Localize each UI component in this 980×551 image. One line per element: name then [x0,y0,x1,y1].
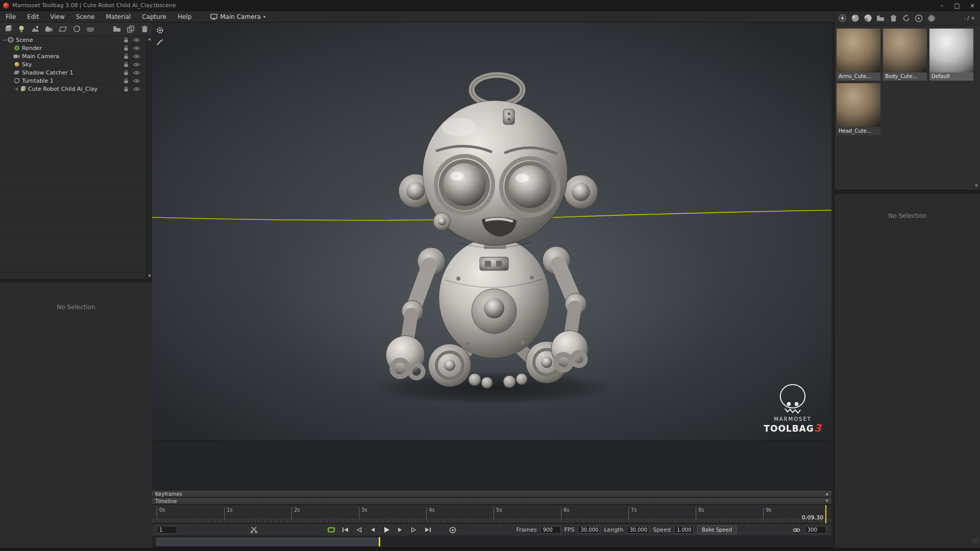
panel-splitter[interactable] [835,190,980,194]
visibility-eye-icon[interactable] [133,45,140,51]
tree-row-render[interactable]: Render [0,44,146,52]
refresh-icon[interactable] [901,14,911,23]
length-field[interactable]: 30.000 [627,526,649,534]
jump-to-end-icon[interactable] [423,526,433,534]
scroll-down-icon[interactable]: ▼ [973,183,979,189]
timeline-scrollbar-playhead[interactable] [379,537,380,546]
previous-keyframe-icon[interactable] [354,526,364,534]
fps-field[interactable]: 30.000 [578,526,600,534]
camera-view-tab[interactable]: Main Camera ▾ [210,13,265,20]
add-fog-icon[interactable] [86,24,95,34]
bake-speed-button[interactable]: Bake Speed [697,525,737,534]
new-material-icon[interactable] [838,14,847,23]
material-item-arms[interactable]: Arms_Cute... [837,29,880,81]
fps-label: FPS [565,527,575,533]
add-light-icon[interactable] [17,24,26,34]
timeline-scrollbar-thumb[interactable] [156,538,380,546]
scene-tree-scrollbar[interactable]: ▲ ▼ [146,36,152,279]
ruler-tick: 8s [696,507,704,520]
material-item-head[interactable]: Head_Cute... [837,83,880,135]
lock-icon[interactable] [122,86,130,92]
paint-brush-icon[interactable] [156,38,164,46]
menu-edit[interactable]: Edit [21,11,44,22]
tree-row-scene[interactable]: − Scene [0,36,146,44]
tree-row-turntable[interactable]: Turntable 1 [0,77,146,85]
tree-row-main-camera[interactable]: Main Camera [0,52,146,60]
material-thumbnail[interactable] [837,83,880,127]
loop-end-field[interactable]: 300 [805,526,826,534]
thumb-size-decrease[interactable]: - [964,15,966,21]
tree-row-sky[interactable]: Sky [0,60,146,68]
material-sphere-icon[interactable] [850,14,860,23]
tree-row-shadow-catcher[interactable]: Shadow Catcher 1 [0,68,146,77]
lock-icon[interactable] [122,37,130,43]
material-item-default[interactable]: Default [929,29,973,81]
lock-icon[interactable] [122,78,130,84]
camera-tab-label: Main Camera [220,13,261,20]
delete-material-icon[interactable] [889,14,898,23]
lock-icon[interactable] [122,70,130,76]
timeline-bar[interactable]: Timeline ▼ [152,498,831,505]
material-thumbnail[interactable] [883,29,927,72]
collapse-up-icon[interactable]: ▲ [826,492,828,496]
visibility-eye-icon[interactable] [133,86,140,92]
material-thumbnail[interactable] [837,29,880,72]
checker-sphere-icon[interactable] [863,14,872,23]
speed-field[interactable]: 1.000 [674,526,694,534]
visibility-eye-icon[interactable] [133,78,140,84]
add-mesh-icon[interactable] [3,24,12,34]
folder-icon[interactable] [876,14,885,23]
tree-row-cute-robot[interactable]: + Cute Robot Child Ai_Clay [0,85,146,93]
keyframes-bar[interactable]: Keyframes ▲ [152,491,831,497]
duplicate-icon[interactable] [126,24,135,34]
material-item-body[interactable]: Body_Cute... [883,29,927,81]
timeline-scrollbar[interactable] [152,536,831,548]
keyframe-track-area[interactable] [152,440,831,491]
menu-file[interactable]: File [0,11,21,22]
add-sky-icon[interactable] [31,24,40,34]
step-forward-icon[interactable] [395,526,405,534]
visibility-eye-icon[interactable] [133,70,140,76]
timeline-ruler[interactable]: 0s 1s 2s 3s 4s 5s 6s 7s 8s 9s 0:09.30 [152,505,831,523]
maximize-button[interactable]: □ [949,0,965,11]
add-turntable-icon[interactable] [72,24,81,34]
jump-to-start-icon[interactable] [340,526,350,534]
delete-icon[interactable] [140,24,149,34]
viewport-3d[interactable]: MARMOSET TOOLBAG3 [152,22,831,440]
world-icon[interactable] [927,14,936,23]
frames-field[interactable]: 900 [541,526,561,534]
collapse-down-icon[interactable]: ▼ [826,499,828,503]
resize-grip[interactable] [972,538,978,544]
material-thumbnail[interactable] [929,29,973,72]
add-shadow-catcher-icon[interactable] [58,24,67,34]
turntable-record-icon[interactable] [448,526,458,534]
current-frame-field[interactable]: 1 [157,526,177,534]
preview-sphere-icon[interactable] [914,14,923,23]
menu-help[interactable]: Help [172,11,197,22]
menu-capture[interactable]: Capture [136,11,172,22]
expander-icon[interactable]: + [14,86,19,92]
lock-icon[interactable] [122,45,130,51]
visibility-eye-icon[interactable] [133,62,140,67]
visibility-eye-icon[interactable] [133,37,140,43]
close-button[interactable]: × [965,0,980,11]
visibility-eye-icon[interactable] [133,54,140,59]
link-icon[interactable] [791,526,801,534]
add-camera-icon[interactable] [44,24,54,34]
menu-scene[interactable]: Scene [70,11,101,22]
step-back-icon[interactable] [368,526,378,534]
next-keyframe-icon[interactable] [409,526,419,534]
play-icon[interactable] [381,526,391,534]
thumb-size-increase[interactable]: + [971,15,975,21]
lock-icon[interactable] [122,54,130,59]
menu-view[interactable]: View [44,11,70,22]
playhead[interactable] [825,505,826,523]
minimize-button[interactable]: – [934,0,949,11]
loop-toggle-icon[interactable] [326,526,336,534]
gear-icon[interactable] [156,27,164,34]
menu-material[interactable]: Material [100,11,136,22]
expander-icon[interactable]: − [2,37,7,43]
lock-icon[interactable] [122,62,130,67]
open-folder-icon[interactable] [112,24,121,34]
scissors-icon[interactable] [249,526,259,534]
